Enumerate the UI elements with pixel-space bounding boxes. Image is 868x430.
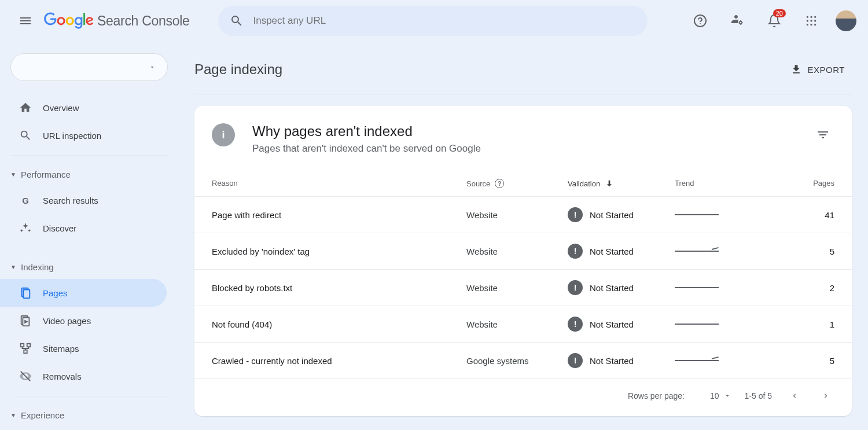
sidebar-item-url-inspection[interactable]: URL inspection [0, 122, 167, 149]
nav-label: Search results [43, 196, 98, 205]
google-g-icon: G [19, 193, 32, 207]
trend-sparkline [675, 287, 719, 288]
svg-rect-18 [24, 350, 27, 354]
svg-point-2 [740, 21, 742, 24]
section-experience[interactable]: ▼ Experience [0, 402, 178, 427]
cell-validation: ! Not Started [568, 317, 675, 332]
nav-label: Video pages [43, 316, 91, 326]
chevron-left-icon [790, 392, 799, 400]
status-text: Not Started [590, 210, 634, 220]
cell-source: Website [466, 319, 568, 329]
table-row[interactable]: Page with redirect Website ! Not Started… [194, 197, 852, 233]
table-row[interactable]: Blocked by robots.txt Website ! Not Star… [194, 270, 852, 306]
section-label: Experience [21, 410, 64, 420]
next-page-button[interactable] [817, 389, 834, 402]
page-header: Page indexing EXPORT [194, 42, 852, 94]
section-performance[interactable]: ▼ Performance [0, 161, 178, 186]
logo[interactable]: Search Console [44, 12, 189, 30]
chevron-down-icon [724, 392, 731, 399]
chevron-down-icon [149, 64, 156, 71]
export-button[interactable]: EXPORT [784, 59, 852, 80]
cell-reason: Page with redirect [212, 210, 466, 220]
cell-source: Website [466, 210, 568, 220]
col-pages[interactable]: Pages [776, 179, 834, 188]
page-title: Page indexing [194, 61, 282, 78]
search-bar[interactable] [218, 6, 648, 36]
table-row[interactable]: Excluded by 'noindex' tag Website ! Not … [194, 233, 852, 270]
page-range: 1-5 of 5 [745, 391, 772, 400]
export-label: EXPORT [808, 65, 845, 75]
prev-page-button[interactable] [786, 389, 803, 402]
divider [12, 248, 167, 248]
help-button[interactable] [687, 8, 713, 34]
nav-label: Sitemaps [43, 344, 79, 354]
notification-badge: 20 [773, 9, 786, 17]
svg-point-9 [807, 24, 808, 25]
status-not-started-icon: ! [568, 317, 583, 332]
status-text: Not Started [590, 356, 634, 366]
help-icon[interactable]: ? [495, 179, 504, 188]
chevron-down-icon: ▼ [10, 171, 19, 178]
sidebar-item-search-results[interactable]: G Search results [0, 186, 167, 214]
nav-label: Discover [43, 223, 76, 233]
header-actions: 20 [687, 8, 856, 34]
sidebar-item-sitemaps[interactable]: Sitemaps [0, 335, 167, 362]
cell-validation: ! Not Started [568, 280, 675, 295]
col-reason[interactable]: Reason [212, 179, 466, 188]
status-text: Not Started [590, 283, 634, 293]
status-not-started-icon: ! [568, 207, 583, 222]
reasons-table: Reason Source ? Validation Trend Pages P… [194, 171, 852, 416]
card-subtitle: Pages that aren't indexed can't be serve… [252, 143, 481, 155]
sidebar-item-video-pages[interactable]: Video pages [0, 307, 167, 335]
col-trend[interactable]: Trend [675, 179, 776, 188]
table-row[interactable]: Not found (404) Website ! Not Started 1 [194, 306, 852, 343]
discover-icon [19, 221, 32, 235]
svg-point-5 [814, 16, 816, 18]
user-settings-icon [730, 14, 744, 28]
not-indexed-card: i Why pages aren't indexed Pages that ar… [194, 106, 852, 416]
trend-sparkline [675, 214, 719, 215]
sidebar-item-removals[interactable]: Removals [0, 362, 167, 390]
video-pages-icon [19, 314, 32, 328]
trend-sparkline [675, 324, 719, 325]
hamburger-menu-button[interactable] [12, 7, 39, 35]
svg-point-4 [810, 16, 812, 18]
svg-point-10 [810, 24, 812, 25]
pagination: Rows per page: 10 1-5 of 5 [194, 379, 852, 416]
table-row[interactable]: Crawled - currently not indexed Google s… [194, 343, 852, 379]
sidebar-item-overview[interactable]: Overview [0, 94, 167, 122]
col-source[interactable]: Source ? [466, 179, 568, 188]
cell-pages: 2 [776, 283, 834, 293]
search-icon [230, 14, 244, 28]
divider [12, 396, 167, 396]
sidebar: Overview URL inspection ▼ Performance G … [0, 42, 178, 430]
svg-point-8 [814, 20, 816, 21]
url-inspect-input[interactable] [253, 15, 636, 27]
svg-point-3 [807, 16, 808, 18]
section-indexing[interactable]: ▼ Indexing [0, 254, 178, 279]
info-icon: i [212, 123, 235, 146]
sitemap-icon [19, 341, 32, 355]
col-validation[interactable]: Validation [568, 179, 675, 188]
download-icon [790, 64, 802, 75]
header: Search Console 20 [0, 0, 868, 42]
svg-point-6 [807, 20, 808, 21]
cell-source: Website [466, 283, 568, 293]
account-avatar[interactable] [836, 10, 856, 31]
apps-button[interactable] [799, 8, 824, 34]
status-text: Not Started [590, 319, 634, 329]
chevron-down-icon: ▼ [10, 264, 19, 270]
rows-value: 10 [710, 391, 719, 400]
property-selector[interactable] [10, 53, 168, 81]
sidebar-item-pages[interactable]: Pages [0, 279, 167, 307]
svg-point-1 [700, 23, 701, 24]
nav-label: Overview [43, 103, 79, 113]
user-settings-button[interactable] [724, 8, 750, 34]
sidebar-item-discover[interactable]: Discover [0, 214, 167, 242]
status-text: Not Started [590, 247, 634, 256]
rows-per-page-label: Rows per page: [628, 391, 685, 400]
notifications-button[interactable]: 20 [762, 8, 787, 34]
rows-per-page-select[interactable]: 10 [710, 391, 731, 400]
filter-button[interactable] [811, 123, 834, 146]
svg-rect-16 [21, 344, 24, 347]
